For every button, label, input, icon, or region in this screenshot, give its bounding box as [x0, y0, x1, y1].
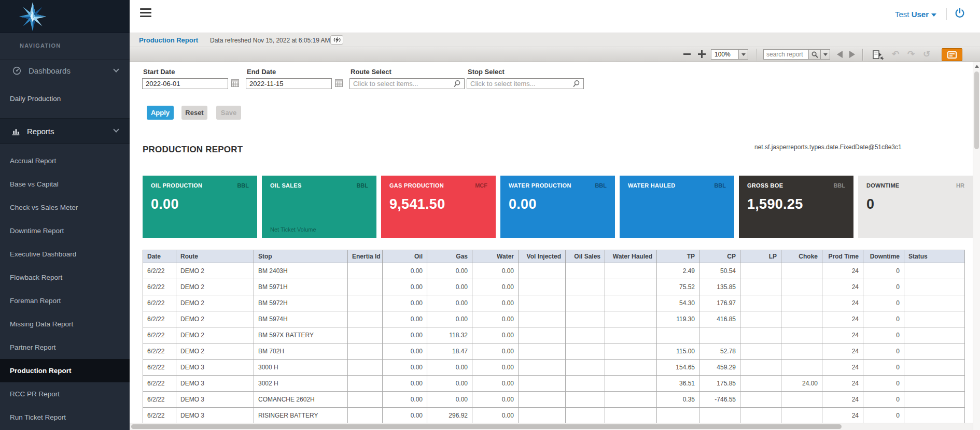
sidebar-item-missing-data-report[interactable]: Missing Data Report [0, 312, 130, 336]
app-logo[interactable] [0, 0, 130, 33]
scroll-up-icon[interactable] [975, 65, 979, 68]
cell-status [904, 279, 965, 295]
cell-route: DEMO 2 [176, 263, 254, 279]
cell-choke [781, 327, 822, 343]
kpi-card-title: OIL SALES [270, 182, 302, 189]
kpi-card-title: WATER HAULED [628, 182, 675, 189]
sidebar-item-check-vs-sales-meter[interactable]: Check vs Sales Meter [0, 196, 130, 219]
apply-button[interactable]: Apply [147, 106, 174, 120]
sidebar-item-label: Reports [27, 127, 54, 136]
cell-tp: 54.30 [657, 295, 699, 311]
end-date-input[interactable] [246, 78, 332, 89]
cell-lp [740, 376, 781, 392]
redo-button[interactable]: ↷ [907, 48, 915, 61]
kpi-card-unit: BBL [356, 182, 368, 189]
menu-toggle-icon[interactable] [140, 8, 151, 17]
sidebar-item-label: Daily Production [10, 95, 61, 103]
cell-vol-injected [519, 408, 566, 423]
vertical-scrollbar-thumb[interactable] [974, 71, 979, 149]
cell-tp [657, 408, 699, 423]
route-select-input[interactable] [349, 78, 465, 89]
cell-date: 6/2/22 [143, 263, 176, 279]
cell-oil-sales [566, 327, 605, 343]
top-header: Test User [130, 0, 980, 33]
table-row: 6/2/22DEMO 3RISINGER BATTERY0.00296.920.… [143, 408, 965, 423]
sidebar-item-rcc-pr-report[interactable]: RCC PR Report [0, 382, 130, 406]
undo-all-button[interactable]: ↺ [923, 48, 930, 61]
column-header-status: Status [904, 250, 965, 263]
sidebar-item-run-ticket-report[interactable]: Run Ticket Report [0, 406, 130, 429]
cell-date: 6/2/22 [143, 343, 176, 360]
start-date-calendar-button[interactable] [231, 79, 240, 88]
cell-gas: 0.00 [427, 279, 472, 295]
cell-date: 6/2/22 [143, 392, 176, 408]
cell-vol-injected [519, 343, 566, 360]
data-snapshot-toggle-button[interactable] [942, 48, 962, 61]
sidebar-item-reports[interactable]: Reports [0, 118, 130, 144]
cell-status [904, 376, 965, 392]
cell-lp [740, 327, 781, 343]
cell-tp: 115.00 [657, 343, 699, 360]
cell-choke: 24.00 [781, 376, 822, 392]
column-header-cp: CP [699, 250, 740, 263]
cell-stop: RISINGER BATTERY [254, 408, 348, 423]
sidebar-item-label: Dashboards [29, 66, 71, 75]
production-table: DateRouteStopEnertia IdOilGasWaterVol In… [143, 250, 965, 423]
cell-oil: 0.00 [383, 279, 427, 295]
undo-button[interactable]: ↶ [892, 48, 899, 61]
export-button[interactable] [870, 49, 887, 61]
sidebar-item-accrual-report[interactable]: Accrual Report [0, 149, 130, 173]
logout-power-button[interactable] [954, 7, 965, 21]
start-date-input[interactable] [142, 78, 228, 89]
kpi-card-oil-production: OIL PRODUCTIONBBL0.00 [143, 176, 257, 238]
previous-page-icon[interactable] [837, 51, 843, 58]
zoom-level-value[interactable]: 100% [711, 49, 739, 60]
column-header-water-hauled: Water Hauled [605, 250, 657, 263]
cell-choke [781, 279, 822, 295]
cell-water-hauled [605, 279, 657, 295]
cell-route: DEMO 2 [176, 327, 254, 343]
save-button[interactable]: Save [216, 106, 241, 120]
vertical-scrollbar[interactable] [973, 62, 980, 430]
cell-gas: 0.00 [427, 392, 472, 408]
horizontal-scrollbar[interactable] [130, 423, 973, 430]
user-first-name: Test [895, 10, 909, 19]
cell-prod-time: 24 [822, 295, 863, 311]
sidebar-item-executive-dashboard[interactable]: Executive Dashboard [0, 242, 130, 266]
horizontal-scrollbar-thumb[interactable] [131, 424, 842, 429]
cell-tp [657, 327, 699, 343]
zoom-in-icon[interactable] [698, 50, 706, 58]
sidebar-item-base-vs-capital[interactable]: Base vs Capital [0, 173, 130, 196]
cell-lp [740, 343, 781, 360]
kpi-card-title: GAS PRODUCTION [389, 182, 444, 189]
cell-route: DEMO 3 [176, 408, 254, 423]
zoom-level-dropdown[interactable] [738, 49, 748, 60]
sidebar-item-dashboards[interactable]: Dashboards [0, 59, 130, 82]
cell-downtime: 0 [863, 295, 904, 311]
zoom-out-icon[interactable] [683, 53, 691, 55]
refresh-data-button[interactable] [330, 35, 343, 45]
cell-water: 0.00 [472, 408, 519, 423]
sidebar-item-foreman-report[interactable]: Foreman Report [0, 289, 130, 312]
user-menu[interactable]: Test User [895, 10, 936, 19]
next-page-icon[interactable] [849, 51, 855, 58]
breadcrumb[interactable]: Production Report [139, 36, 198, 44]
sidebar-item-daily-production[interactable]: Daily Production [0, 89, 130, 108]
search-button[interactable] [808, 49, 821, 60]
cell-water-hauled [605, 263, 657, 279]
kpi-card-water-hauled: WATER HAULEDBBL [620, 176, 734, 238]
sidebar-item-production-report[interactable]: Production Report [0, 359, 130, 382]
cell-oil-sales [566, 279, 605, 295]
end-date-calendar-button[interactable] [335, 79, 343, 88]
stop-select-input[interactable] [467, 78, 584, 89]
cell-lp [740, 311, 781, 327]
cell-enertia-id [348, 311, 383, 327]
cell-water: 0.00 [472, 376, 519, 392]
search-input[interactable] [763, 49, 809, 60]
search-icon [811, 51, 818, 58]
sidebar-item-flowback-report[interactable]: Flowback Report [0, 266, 130, 289]
search-options-dropdown[interactable] [820, 49, 830, 60]
sidebar-item-downtime-report[interactable]: Downtime Report [0, 219, 130, 242]
sidebar-item-partner-report[interactable]: Partner Report [0, 336, 130, 359]
reset-button[interactable]: Reset [181, 106, 207, 120]
